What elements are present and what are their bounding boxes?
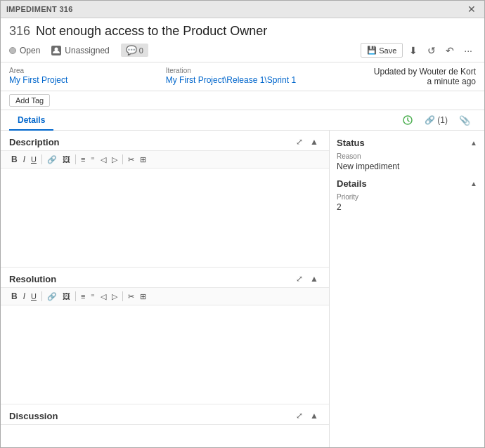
res-outdent-button[interactable]: ◁ xyxy=(98,291,108,302)
tabs-right: 🔗 (1) 📎 xyxy=(396,110,476,130)
res-insert-image-button[interactable]: ⊞ xyxy=(138,291,148,302)
resolution-controls: ⤢ ▲ xyxy=(294,273,321,284)
work-item-header: 316 Not enough access to the Product Own… xyxy=(1,18,484,62)
work-item-title: Not enough access to the Product Owner xyxy=(36,24,267,39)
discussion-header: Discussion ⤢ ▲ xyxy=(1,404,329,424)
description-controls: ⤢ ▲ xyxy=(294,136,321,147)
discussion-title: Discussion xyxy=(9,411,58,421)
toolbar-sep-1 xyxy=(41,154,42,164)
link-count: (1) xyxy=(437,115,448,125)
link-icon: 🔗 xyxy=(425,115,435,125)
discussion-expand-button[interactable]: ⤢ xyxy=(294,410,305,421)
title-bar: IMPEDIMENT 316 ✕ xyxy=(1,1,484,18)
discussion-controls: ⤢ ▲ xyxy=(294,410,321,421)
status-dot xyxy=(9,47,16,54)
status-label: Open xyxy=(20,46,40,55)
more-options-button[interactable]: ··· xyxy=(460,44,476,58)
iteration-value[interactable]: My First Project\Release 1\Sprint 1 xyxy=(166,75,320,85)
refresh-button[interactable]: ↺ xyxy=(424,44,439,58)
remove-format-button[interactable]: ✂ xyxy=(126,154,136,165)
discussion-collapse-button[interactable]: ▲ xyxy=(308,410,321,421)
bullet-list-button[interactable]: ≡ xyxy=(79,154,87,164)
title-bar-text: IMPEDIMENT 316 xyxy=(6,5,73,13)
user-icon xyxy=(51,46,61,55)
comment-icon: 💬 xyxy=(126,45,137,55)
res-underline-button[interactable]: U xyxy=(29,291,39,301)
work-item-id: 316 xyxy=(9,24,30,39)
add-tag-bar: Add Tag xyxy=(1,91,484,110)
description-title: Description xyxy=(9,137,60,147)
indent-button[interactable]: ▷ xyxy=(110,154,119,165)
tab-details[interactable]: Details xyxy=(9,111,53,131)
undo-button[interactable]: ↶ xyxy=(442,44,458,58)
area-field: Area My First Project xyxy=(9,67,163,86)
description-section: Description ⤢ ▲ B I U 🔗 🖼 ≡ ⁼ ◁ xyxy=(1,131,329,268)
content-area: Description ⤢ ▲ B I U 🔗 🖼 ≡ ⁼ ◁ xyxy=(1,131,484,447)
description-toolbar: B I U 🔗 🖼 ≡ ⁼ ◁ ▷ ✂ ⊞ xyxy=(1,150,329,169)
fields-bar: Area My First Project Iteration My First… xyxy=(1,62,484,91)
add-tag-button[interactable]: Add Tag xyxy=(9,94,50,107)
details-chevron: ▲ xyxy=(470,180,477,187)
resolution-expand-button[interactable]: ⤢ xyxy=(294,273,305,284)
svg-point-0 xyxy=(55,47,58,51)
updated-time: a minute ago xyxy=(322,77,476,86)
resolution-section: Resolution ⤢ ▲ B I U 🔗 🖼 ≡ ⁼ ◁ xyxy=(1,268,329,404)
status-section-label: Status xyxy=(337,138,365,148)
resolution-title: Resolution xyxy=(9,274,56,284)
save-dropdown-button[interactable]: ⬇ xyxy=(406,44,421,58)
tab-link-badge[interactable]: 🔗 (1) xyxy=(419,112,453,128)
comment-count: 0 xyxy=(139,46,143,55)
left-panel: Description ⤢ ▲ B I U 🔗 🖼 ≡ ⁼ ◁ xyxy=(1,131,330,447)
resolution-header: Resolution ⤢ ▲ xyxy=(1,268,329,287)
reason-value[interactable]: New impediment xyxy=(337,162,477,171)
res-italic-button[interactable]: I xyxy=(21,291,27,302)
priority-label: Priority xyxy=(337,193,477,201)
priority-field: Priority 2 xyxy=(337,193,477,212)
res-toolbar-sep-2 xyxy=(75,291,76,301)
res-link-button[interactable]: 🔗 xyxy=(45,291,59,302)
resolution-collapse-button[interactable]: ▲ xyxy=(308,273,321,284)
italic-button[interactable]: I xyxy=(21,154,27,165)
assignee-label: Unassigned xyxy=(65,46,109,55)
reason-field: Reason New impediment xyxy=(337,152,477,171)
updated-field: Updated by Wouter de Kort a minute ago xyxy=(322,67,476,86)
image-button[interactable]: 🖼 xyxy=(60,154,72,164)
comment-badge[interactable]: 💬 0 xyxy=(121,44,148,57)
updated-by-label: Updated by Wouter de Kort xyxy=(322,67,476,77)
bold-button[interactable]: B xyxy=(9,154,20,165)
area-label: Area xyxy=(9,67,163,74)
save-button[interactable]: 💾 Save xyxy=(361,43,403,58)
assigned-user[interactable]: Unassigned xyxy=(51,46,109,55)
details-section-title: Details ▲ xyxy=(337,178,477,189)
res-indent-button[interactable]: ▷ xyxy=(110,291,119,302)
outdent-button[interactable]: ◁ xyxy=(98,154,108,165)
res-numbered-list-button[interactable]: ⁼ xyxy=(89,291,97,302)
main-window: IMPEDIMENT 316 ✕ 316 Not enough access t… xyxy=(0,0,485,448)
insert-image-button[interactable]: ⊞ xyxy=(138,154,148,165)
toolbar-sep-2 xyxy=(75,154,76,164)
status-open[interactable]: Open xyxy=(9,46,40,55)
area-value[interactable]: My First Project xyxy=(9,75,163,85)
res-bullet-list-button[interactable]: ≡ xyxy=(79,291,87,301)
description-text-area[interactable] xyxy=(1,169,329,267)
tab-refresh-icon[interactable] xyxy=(396,110,419,130)
description-collapse-button[interactable]: ▲ xyxy=(308,136,321,147)
link-button[interactable]: 🔗 xyxy=(45,154,59,165)
discussion-section: Discussion ⤢ ▲ xyxy=(1,404,329,425)
resolution-text-area[interactable] xyxy=(1,305,329,404)
toolbar-actions: 💾 Save ⬇ ↺ ↶ ··· xyxy=(361,43,476,58)
description-expand-button[interactable]: ⤢ xyxy=(294,136,305,147)
priority-value[interactable]: 2 xyxy=(337,202,477,212)
toolbar-sep-3 xyxy=(122,154,123,164)
underline-button[interactable]: U xyxy=(29,154,39,164)
close-button[interactable]: ✕ xyxy=(465,4,479,15)
res-bold-button[interactable]: B xyxy=(9,291,20,302)
details-section-label: Details xyxy=(337,178,367,189)
right-panel: Status ▲ Reason New impediment Details ▲… xyxy=(330,131,484,447)
numbered-list-button[interactable]: ⁼ xyxy=(89,154,97,165)
res-remove-format-button[interactable]: ✂ xyxy=(126,291,136,302)
save-icon: 💾 xyxy=(367,46,377,55)
tab-attach-icon[interactable]: 📎 xyxy=(453,111,476,130)
status-chevron: ▲ xyxy=(470,139,477,147)
res-image-button[interactable]: 🖼 xyxy=(60,291,72,301)
